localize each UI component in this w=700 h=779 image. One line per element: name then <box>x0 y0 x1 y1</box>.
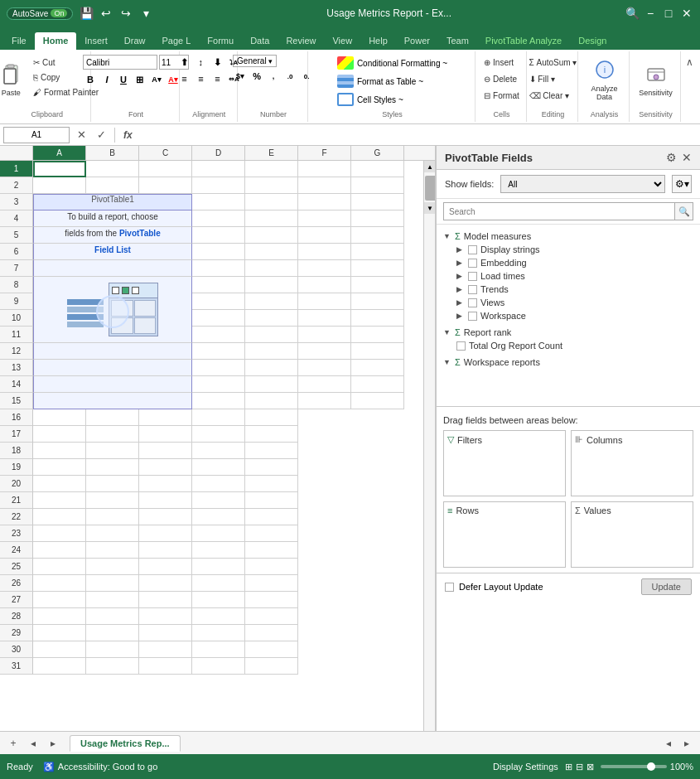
cell-d2[interactable] <box>192 177 245 194</box>
cell-d31[interactable] <box>86 658 139 675</box>
cell-e18[interactable] <box>139 443 192 459</box>
tab-draw[interactable]: Draw <box>116 32 154 50</box>
cell-g29[interactable] <box>245 625 298 641</box>
cell-a6-msg[interactable]: Field List <box>33 244 192 260</box>
report-rank-header[interactable]: ▼ Σ Report rank <box>443 326 693 339</box>
analyze-data-button[interactable]: i AnalyzeData <box>587 55 623 103</box>
cell-a31[interactable] <box>33 658 86 675</box>
cell-d6[interactable] <box>192 244 245 260</box>
cell-e7[interactable] <box>245 260 298 277</box>
row-num-8[interactable]: 8 <box>0 277 33 293</box>
filters-zone[interactable]: ▽ Filters <box>443 430 566 496</box>
cell-f28[interactable] <box>192 608 245 625</box>
align-top-button[interactable]: ⬆ <box>176 55 191 70</box>
cell-a29[interactable] <box>33 625 86 641</box>
cell-d24[interactable] <box>86 542 139 559</box>
cell-e4[interactable] <box>245 210 298 227</box>
field-views[interactable]: ▶ Views <box>443 296 693 309</box>
cell-g11[interactable] <box>351 327 404 343</box>
cell-reference-box[interactable] <box>3 127 70 143</box>
field-workspace[interactable]: ▶ Workspace <box>443 309 693 322</box>
columns-zone[interactable]: ⊪ Columns <box>571 430 693 496</box>
tab-pivottable-analyze[interactable]: PivotTable Analyze <box>477 32 570 50</box>
views-checkbox[interactable] <box>468 298 477 307</box>
cell-f10[interactable] <box>298 310 351 327</box>
cell-e15[interactable] <box>245 393 298 409</box>
cell-d18[interactable] <box>86 443 139 459</box>
row-num-21[interactable]: 21 <box>0 492 33 509</box>
row-num-16[interactable]: 16 <box>0 409 33 426</box>
cell-e14[interactable] <box>245 376 298 393</box>
cell-f7[interactable] <box>298 260 351 277</box>
cell-d29[interactable] <box>86 625 139 641</box>
cell-g10[interactable] <box>351 310 404 327</box>
cell-f9[interactable] <box>298 293 351 310</box>
insert-cells-button[interactable]: ⊕ Insert <box>481 55 516 70</box>
cell-g6[interactable] <box>351 244 404 260</box>
conditional-formatting-button[interactable]: Conditional Formatting ~ <box>334 55 451 71</box>
underline-button[interactable]: U <box>116 72 131 87</box>
cell-f22[interactable] <box>192 509 245 525</box>
sheet-tab-usage-metrics[interactable]: Usage Metrics Rep... <box>70 735 181 752</box>
cell-c1[interactable] <box>139 161 192 177</box>
tab-insert[interactable]: Insert <box>76 32 116 50</box>
delete-cells-button[interactable]: ⊖ Delete <box>481 71 519 86</box>
cell-f13[interactable] <box>298 360 351 376</box>
align-bottom-button[interactable]: ⬇ <box>210 55 224 70</box>
defer-layout-checkbox[interactable] <box>445 583 454 592</box>
cell-e17[interactable] <box>139 426 192 443</box>
col-header-g[interactable]: G <box>351 146 404 161</box>
cell-d28[interactable] <box>86 608 139 625</box>
cell-f12[interactable] <box>298 343 351 360</box>
zoom-slider[interactable] <box>601 765 667 768</box>
cell-a18[interactable] <box>33 443 86 459</box>
cell-d11[interactable] <box>192 327 245 343</box>
cell-d8[interactable] <box>192 277 245 293</box>
row-num-14[interactable]: 14 <box>0 376 33 393</box>
cell-a3[interactable]: PivotTable1 <box>33 194 192 210</box>
cell-a21[interactable] <box>33 492 86 509</box>
cell-a16[interactable] <box>33 409 86 426</box>
workspace-checkbox[interactable] <box>468 312 477 321</box>
cell-g28[interactable] <box>245 608 298 625</box>
maximize-button[interactable]: □ <box>662 7 675 20</box>
tab-page-layout[interactable]: Page L <box>153 32 199 50</box>
cell-d26[interactable] <box>86 575 139 592</box>
model-measures-header[interactable]: ▼ Σ Model measures <box>443 230 693 243</box>
cell-f4[interactable] <box>298 210 351 227</box>
cell-d9[interactable] <box>192 293 245 310</box>
cell-a4-msg[interactable]: To build a report, choose <box>33 210 192 227</box>
row-num-5[interactable]: 5 <box>0 227 33 244</box>
cell-a8-img[interactable] <box>33 277 192 343</box>
rows-zone[interactable]: ≡ Rows <box>443 501 566 568</box>
load-times-checkbox[interactable] <box>468 272 477 281</box>
tab-formulas[interactable]: Formu <box>199 32 242 50</box>
cell-e25[interactable] <box>139 559 192 575</box>
row-num-28[interactable]: 28 <box>0 608 33 625</box>
cell-f27[interactable] <box>192 592 245 608</box>
cell-g13[interactable] <box>351 360 404 376</box>
cell-d20[interactable] <box>86 476 139 492</box>
row-num-12[interactable]: 12 <box>0 343 33 360</box>
cell-a15[interactable] <box>33 393 192 409</box>
col-header-b[interactable]: B <box>86 146 139 161</box>
tab-view[interactable]: View <box>324 32 360 50</box>
cell-g21[interactable] <box>245 492 298 509</box>
cell-g26[interactable] <box>245 575 298 592</box>
tab-review[interactable]: Review <box>278 32 324 50</box>
cell-f19[interactable] <box>192 459 245 476</box>
cell-d5[interactable] <box>192 227 245 244</box>
display-settings-button[interactable]: Display Settings <box>493 762 558 772</box>
cell-g18[interactable] <box>245 443 298 459</box>
cell-a22[interactable] <box>33 509 86 525</box>
comma-button[interactable]: , <box>266 69 281 84</box>
cell-a5-msg[interactable]: fields from the PivotTable <box>33 227 192 244</box>
tab-home[interactable]: Home <box>35 32 77 50</box>
tab-data[interactable]: Data <box>242 32 278 50</box>
trends-checkbox[interactable] <box>468 285 477 294</box>
cell-e24[interactable] <box>139 542 192 559</box>
cell-g24[interactable] <box>245 542 298 559</box>
cell-d19[interactable] <box>86 459 139 476</box>
sheet-nav-right[interactable]: ▸ <box>45 735 61 752</box>
cell-e8[interactable] <box>245 277 298 293</box>
